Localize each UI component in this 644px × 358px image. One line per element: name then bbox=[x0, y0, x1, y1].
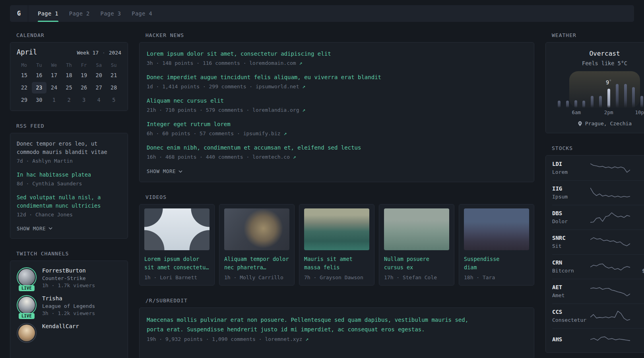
stock-name: Consectetur bbox=[552, 317, 587, 323]
tab-page-1[interactable]: Page 1 bbox=[38, 5, 58, 22]
temperature-bar bbox=[582, 101, 585, 108]
weather-location-row: Prague, Czechia bbox=[553, 121, 644, 126]
avatar bbox=[18, 297, 35, 313]
calendar-day: 22 bbox=[17, 82, 32, 93]
rss-item-title[interactable]: Donec tempor eros leo, utcommodo mauris … bbox=[17, 140, 121, 156]
temperature-bar bbox=[599, 96, 602, 108]
video-thumbnail bbox=[304, 208, 369, 250]
degree-symbol: ° bbox=[609, 79, 611, 84]
weather-location: Prague, Czechia bbox=[585, 121, 632, 126]
hn-item-title[interactable]: Donec enim nibh, condimentum et accumsan… bbox=[147, 144, 527, 152]
stock-row[interactable]: CCSConsectetur+0.51%$165.84 bbox=[552, 304, 644, 328]
channel-meta: 3h · 1.2k viewers bbox=[42, 310, 95, 316]
external-link-icon: ↗ bbox=[283, 130, 287, 136]
section-title-weather: WEATHER bbox=[552, 32, 644, 38]
temperature-bar bbox=[558, 101, 561, 108]
app-logo[interactable]: G bbox=[10, 5, 28, 22]
twitch-channel[interactable]: KendallCarr bbox=[17, 323, 121, 343]
stock-values: +1.42%$156.28 bbox=[633, 210, 644, 224]
video-meta: 1h · Lori Barnett bbox=[144, 274, 209, 280]
hn-show-more-button[interactable]: SHOW MORE bbox=[147, 168, 182, 174]
video-thumbnail bbox=[224, 208, 289, 250]
stock-row[interactable]: LDILorem+4.35%$795.18 bbox=[552, 156, 644, 180]
weather-widget: WEATHER Overcast Feels like 5°C 9° 6am2p… bbox=[545, 32, 644, 133]
calendar-weekday: We bbox=[47, 61, 62, 70]
hn-item-meta: 6h · 60 points · 57 comments · ipsumify.… bbox=[147, 130, 527, 136]
video-meta: 7h · Grayson Dawson bbox=[304, 274, 369, 280]
video-meta: 1h · Molly Carrillo bbox=[224, 274, 289, 280]
hn-item-title[interactable]: Integer eget rutrum lorem bbox=[147, 120, 527, 128]
rss-item-meta: 7d · Ashlyn Martin bbox=[17, 158, 121, 164]
hn-item-meta: 3h · 148 points · 116 comments · loremdo… bbox=[147, 60, 527, 66]
stock-change: +2.84% bbox=[633, 185, 644, 192]
avatar-wrap: LIVE bbox=[17, 295, 37, 316]
left-column: CALENDAR April Week 17 · 2024 MoTuWeThFr… bbox=[10, 32, 128, 358]
channel-game: League of Legends bbox=[42, 303, 95, 309]
stock-row[interactable]: AHS+0.46% bbox=[552, 328, 644, 352]
calendar-weekday: Fr bbox=[76, 61, 91, 70]
twitch-channel[interactable]: LIVEForrestBurtonCounter-Strike1h · 1.7k… bbox=[17, 267, 121, 288]
stock-symbol: SNRC bbox=[552, 235, 587, 241]
hn-item-title[interactable]: Lorem ipsum dolor sit amet, consectetur … bbox=[147, 50, 527, 58]
tab-page-3[interactable]: Page 3 bbox=[101, 5, 121, 22]
rss-item-title[interactable]: Sed volutpat nulla nisl, acondimentum nu… bbox=[17, 193, 121, 210]
rss-show-more-button[interactable]: SHOW MORE bbox=[17, 226, 52, 232]
avatar-ring bbox=[17, 295, 37, 315]
subreddit-card: Maecenas mollis pulvinar erat non posuer… bbox=[139, 307, 534, 358]
stock-values: +0.92%$499.72 bbox=[633, 284, 644, 298]
external-link-icon: ↗ bbox=[299, 60, 303, 66]
video-title: Suspendissediam bbox=[464, 255, 529, 272]
video-card[interactable]: Nullam posuerecursus ex17h · Stefan Cole bbox=[379, 204, 454, 286]
video-card[interactable]: Suspendissediam18h · Tara bbox=[459, 204, 534, 286]
hn-item-title[interactable]: Aliquam nec cursus elit bbox=[147, 97, 527, 105]
middle-column: HACKER NEWS Lorem ipsum dolor sit amet, … bbox=[139, 32, 534, 358]
stock-id: LDILorem bbox=[552, 161, 587, 175]
video-card[interactable]: Aliquam tempor dolornec pharetra…1h · Mo… bbox=[219, 204, 295, 286]
stocks-widget: STOCKS LDILorem+4.35%$795.18IIGIpsum+2.8… bbox=[545, 145, 644, 353]
stock-row[interactable]: IIGIpsum+2.84%$42.04 bbox=[552, 180, 644, 205]
stock-id: AETAmet bbox=[552, 284, 587, 298]
hour-label: 2pm bbox=[604, 109, 613, 115]
twitch-channel[interactable]: LIVETrishaLeague of Legends3h · 1.2k vie… bbox=[17, 295, 121, 316]
stock-row[interactable]: SNRCSit+1.36%$148.64 bbox=[552, 230, 644, 254]
subreddit-post-title[interactable]: Maecenas mollis pulvinar erat non posuer… bbox=[147, 315, 527, 335]
tab-page-4[interactable]: Page 4 bbox=[132, 5, 152, 22]
dashboard-grid: CALENDAR April Week 17 · 2024 MoTuWeThFr… bbox=[10, 32, 634, 358]
section-title-rss: RSS FEED bbox=[16, 123, 128, 129]
stock-change: +0.92% bbox=[633, 284, 644, 290]
stock-id: CCSConsectetur bbox=[552, 309, 587, 323]
calendar-month: April bbox=[17, 48, 37, 56]
video-card[interactable]: Lorem ipsum dolorsit amet consectetu…1h … bbox=[139, 204, 215, 286]
section-title-hacker-news: HACKER NEWS bbox=[145, 32, 534, 38]
dashboard-page: G Page 1Page 2Page 3Page 4 CALENDAR Apri… bbox=[0, 0, 644, 358]
channel-info: TrishaLeague of Legends3h · 1.2k viewers bbox=[42, 295, 95, 316]
page-tabs: Page 1Page 2Page 3Page 4 bbox=[28, 5, 152, 22]
stock-row[interactable]: AETAmet+0.92%$499.72 bbox=[552, 279, 644, 304]
stock-sparkline bbox=[590, 186, 630, 199]
video-card[interactable]: Mauris sit ametmassa felis7h · Grayson D… bbox=[299, 204, 374, 286]
stock-price: $499.72 bbox=[633, 292, 644, 298]
channel-name: ForrestBurton bbox=[42, 267, 95, 274]
stock-change: +0.46% bbox=[633, 336, 644, 342]
tab-page-2[interactable]: Page 2 bbox=[69, 5, 90, 22]
video-thumbnail bbox=[144, 208, 209, 250]
chevron-down-icon bbox=[178, 170, 182, 173]
rss-item-title[interactable]: In hac habitasse platea bbox=[17, 171, 121, 179]
peak-temperature-label: 9° bbox=[606, 79, 611, 86]
calendar-weekday-row: MoTuWeThFrSaSu bbox=[17, 61, 121, 70]
avatar-ring bbox=[17, 267, 37, 287]
stock-row[interactable]: CRNBitcorn-1.00%$66,171.48 bbox=[552, 254, 644, 279]
stock-id: AHS bbox=[552, 336, 587, 344]
stock-values: +4.35%$795.18 bbox=[633, 161, 644, 175]
hn-item: Integer eget rutrum lorem6h · 60 points … bbox=[147, 120, 527, 136]
calendar-day: 28 bbox=[106, 82, 121, 93]
stock-row[interactable]: DBSDolor+1.42%$156.28 bbox=[552, 205, 644, 230]
stock-symbol: IIG bbox=[552, 185, 587, 192]
section-title-twitch: TWITCH CHANNELS bbox=[16, 251, 128, 257]
stock-name: Bitcorn bbox=[552, 268, 587, 274]
stock-sparkline bbox=[590, 284, 630, 298]
calendar-day: 20 bbox=[91, 70, 107, 81]
calendar-header: April Week 17 · 2024 bbox=[17, 48, 121, 56]
hn-item-title[interactable]: Donec imperdiet augue tincidunt felis al… bbox=[147, 73, 527, 82]
external-link-icon: ↗ bbox=[302, 84, 305, 90]
